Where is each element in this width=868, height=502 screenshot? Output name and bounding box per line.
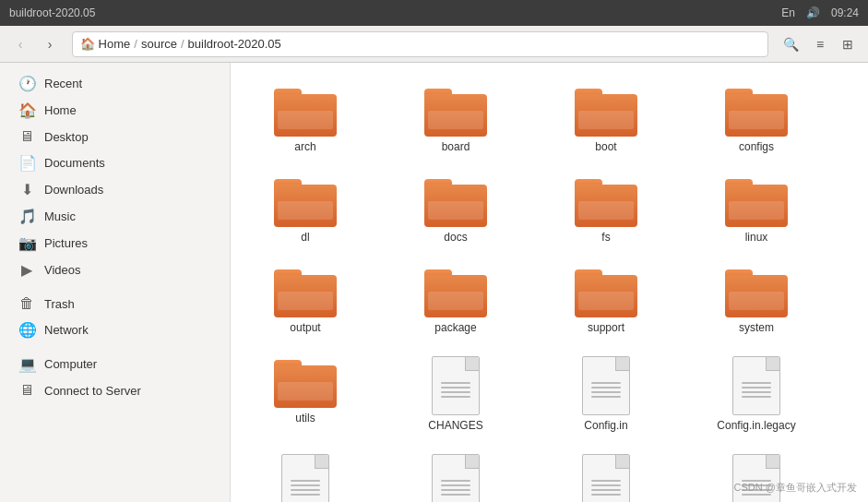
file-item-config-in-legacy[interactable]: Config.in.legacy <box>696 349 816 439</box>
file-item-support[interactable]: support <box>546 258 666 341</box>
sidebar-item-network[interactable]: 🌐 Network <box>4 317 226 343</box>
sidebar-label-desktop: Desktop <box>44 130 89 144</box>
sidebar-label-network: Network <box>44 323 89 337</box>
file-item-package[interactable]: package <box>396 258 516 341</box>
desktop-icon: 🖥 <box>18 128 35 145</box>
search-button[interactable]: 🔍 <box>778 31 803 57</box>
recent-icon: 🕐 <box>18 75 35 92</box>
file-item-developers[interactable]: DEVELOPERS <box>396 447 516 502</box>
sidebar-label-videos: Videos <box>44 263 81 277</box>
computer-icon: 💻 <box>18 355 35 373</box>
titlebar-volume: 🔊 <box>806 6 820 19</box>
sidebar-label-recent: Recent <box>44 77 82 90</box>
sidebar-label-home: Home <box>44 103 77 117</box>
breadcrumb-home[interactable]: 🏠 Home <box>80 37 130 51</box>
sidebar-item-recent[interactable]: 🕐 Recent <box>4 70 226 97</box>
file-item-output[interactable]: output <box>245 258 365 341</box>
titlebar-time: 09:24 <box>831 6 859 19</box>
breadcrumb-source[interactable]: source <box>141 37 177 51</box>
sidebar-item-connect-server[interactable]: 🖥 Connect to Server <box>4 377 226 403</box>
file-item-arch[interactable]: arch <box>245 78 365 161</box>
forward-button[interactable]: › <box>37 31 63 57</box>
list-view-button[interactable]: ≡ <box>807 31 833 57</box>
file-item-board[interactable]: board <box>396 78 516 161</box>
file-item-dl[interactable]: dl <box>245 168 365 251</box>
back-button[interactable]: ‹ <box>7 31 33 57</box>
sidebar-item-music[interactable]: 🎵 Music <box>4 203 226 230</box>
sidebar-item-desktop[interactable]: 🖥 Desktop <box>4 124 226 149</box>
file-item-system[interactable]: system <box>696 258 816 341</box>
breadcrumb: 🏠 Home / source / buildroot-2020.05 <box>72 31 768 57</box>
watermark: CSDN @章鱼哥嵌入式开发 <box>734 481 857 495</box>
file-grid: arch board boot configs dl docs <box>245 78 853 502</box>
file-item-linux[interactable]: linux <box>696 168 816 251</box>
downloads-icon: ⬇ <box>18 181 35 198</box>
connect-server-icon: 🖥 <box>18 382 35 399</box>
sidebar-item-trash[interactable]: 🗑 Trash <box>4 291 226 317</box>
sidebar-label-pictures: Pictures <box>44 236 88 250</box>
breadcrumb-current[interactable]: buildroot-2020.05 <box>188 37 281 51</box>
sidebar-item-videos[interactable]: ▶ Videos <box>4 257 226 283</box>
titlebar-title: buildroot-2020.05 <box>9 6 95 19</box>
network-icon: 🌐 <box>18 321 35 339</box>
sidebar-item-documents[interactable]: 📄 Documents <box>4 149 226 176</box>
sidebar-item-computer[interactable]: 💻 Computer <box>4 351 226 377</box>
videos-icon: ▶ <box>18 261 35 279</box>
file-item-boot[interactable]: boot <box>546 78 666 161</box>
sidebar-label-music: Music <box>44 209 76 223</box>
file-item-copying[interactable]: COPYING <box>245 447 365 502</box>
file-item-changes[interactable]: CHANGES <box>396 349 516 439</box>
music-icon: 🎵 <box>18 208 35 225</box>
file-item-config-in[interactable]: Config.in <box>546 349 666 439</box>
file-item-docs[interactable]: docs <box>396 168 516 251</box>
pictures-icon: 📷 <box>18 234 35 252</box>
sidebar-item-downloads[interactable]: ⬇ Downloads <box>4 176 226 203</box>
toolbar: ‹ › 🏠 Home / source / buildroot-2020.05 … <box>0 26 868 63</box>
sidebar-label-computer: Computer <box>44 357 97 371</box>
titlebar-indicators: En <box>781 6 795 19</box>
file-area: arch board boot configs dl docs <box>231 63 868 502</box>
file-item-utils[interactable]: utils <box>245 349 365 439</box>
sidebar-label-connect-server: Connect to Server <box>44 384 141 398</box>
home-icon: 🏠 <box>18 102 35 119</box>
sidebar-label-trash: Trash <box>44 297 75 311</box>
sidebar-label-downloads: Downloads <box>44 183 103 197</box>
documents-icon: 📄 <box>18 154 35 172</box>
trash-icon: 🗑 <box>18 295 35 312</box>
sidebar-label-documents: Documents <box>44 156 105 170</box>
grid-view-button[interactable]: ⊞ <box>835 31 861 57</box>
file-item-makefile[interactable]: Makefile <box>546 447 666 502</box>
sidebar: 🕐 Recent 🏠 Home 🖥 Desktop 📄 Documents ⬇ … <box>0 63 231 502</box>
sidebar-item-pictures[interactable]: 📷 Pictures <box>4 230 226 257</box>
file-item-configs[interactable]: configs <box>696 78 816 161</box>
titlebar: buildroot-2020.05 En 🔊 09:24 <box>0 0 868 26</box>
file-item-fs[interactable]: fs <box>546 168 666 251</box>
sidebar-item-home[interactable]: 🏠 Home <box>4 97 226 124</box>
main-area: 🕐 Recent 🏠 Home 🖥 Desktop 📄 Documents ⬇ … <box>0 63 868 502</box>
